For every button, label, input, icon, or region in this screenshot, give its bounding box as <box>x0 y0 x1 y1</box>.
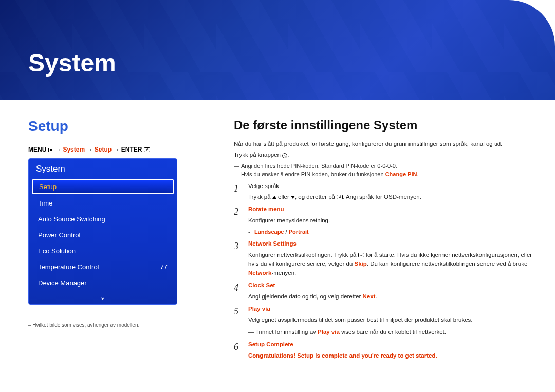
footnote-left: – Hvilket bilde som vises, avhenger av m… <box>28 322 206 328</box>
osd-item-temperature[interactable]: Temperature Control 77 <box>29 259 177 275</box>
step-3-title: Network Settings <box>248 240 297 247</box>
breadcrumb-arrow-1: → <box>55 146 61 153</box>
up-arrow-icon <box>272 196 276 199</box>
osd-item-label: Setup <box>39 183 57 191</box>
osd-item-label: Auto Source Switching <box>38 215 105 223</box>
breadcrumb-system: System <box>63 146 85 153</box>
s4-post: . <box>375 293 377 300</box>
intro-para-1: Når du har slått på produktet for første… <box>234 140 534 148</box>
s4-pre: Angi gjeldende dato og tid, og velg dere… <box>248 293 363 300</box>
step-2: 2 Rotate menu Konfigurer menysidens retn… <box>234 205 534 236</box>
pin-note-change-pin: Change PIN <box>385 171 417 177</box>
osd-title: System <box>29 159 177 178</box>
osd-item-label: Power Control <box>38 231 80 239</box>
osd-scroll-down[interactable]: ⌄ <box>29 291 177 304</box>
osd-item-value: 77 <box>160 263 168 271</box>
divider <box>28 318 177 318</box>
s1-mid: eller <box>276 194 291 200</box>
step-4: 4 Clock Set Angi gjeldende dato og tid, … <box>234 281 534 302</box>
s3-post-pre: . Du kan konfigurere nettverkstilkobling… <box>367 260 528 267</box>
breadcrumb: MENU → System → Setup → ENTER <box>28 146 206 153</box>
step-1-body: Trykk på eller , og deretter på . Angi s… <box>248 193 534 202</box>
page-title: System <box>28 49 116 77</box>
step-1-title: Velge språk <box>248 182 534 191</box>
breadcrumb-enter: ENTER <box>121 146 142 153</box>
step-2-options: Landscape / Portrait <box>248 228 534 236</box>
s1-pre: Trykk på <box>248 194 272 200</box>
enter-icon <box>358 253 364 257</box>
step-6-title: Setup Complete <box>248 341 293 347</box>
step-number: 1 <box>234 182 238 196</box>
s4-next: Next <box>363 293 376 300</box>
opt-portrait: Portrait <box>289 229 309 235</box>
s3-post-post: -menyen. <box>271 270 296 276</box>
step-1: 1 Velge språk Trykk på eller , og derett… <box>234 182 534 202</box>
step-number: 4 <box>234 281 238 295</box>
step-5-title: Play via <box>248 306 270 312</box>
osd-item-label: Eco Solution <box>38 247 76 255</box>
steps-list: 1 Velge språk Trykk på eller , og derett… <box>234 182 534 361</box>
breadcrumb-arrow-2: → <box>86 146 92 153</box>
osd-item-label: Time <box>38 199 52 207</box>
right-heading: De første innstillingene System <box>234 118 534 133</box>
osd-item-time[interactable]: Time <box>29 195 177 211</box>
pin-note-line2-pre: Hvis du ønsker å endre PIN-koden, bruker… <box>241 171 385 177</box>
step-number: 5 <box>234 305 238 319</box>
step-6: 6 Setup Complete Congratulations! Setup … <box>234 340 534 361</box>
s5-note-post: vises bare når du er koblet til nettverk… <box>340 329 446 335</box>
content-area: Setup MENU → System → Setup → ENTER Syst… <box>28 118 534 382</box>
step-6-body: Congratulations! Setup is complete and y… <box>248 351 534 361</box>
osd-item-setup[interactable]: Setup <box>32 179 174 194</box>
step-2-body: Konfigurer menysidens retning. <box>248 216 534 226</box>
osd-item-label: Device Manager <box>38 279 87 287</box>
breadcrumb-arrow-3: → <box>113 146 119 153</box>
step-5-note: ― Trinnet for innstilling av Play via vi… <box>248 328 534 337</box>
s1-mid2: , og deretter på <box>295 194 337 200</box>
header-band: System <box>0 0 555 100</box>
opt-slash: / <box>284 229 288 235</box>
intro-para-2: Trykk på knappen ⌂. <box>234 151 534 159</box>
menu-icon <box>48 148 53 152</box>
osd-item-label: Temperature Control <box>38 263 99 271</box>
pin-note-line2-post: . <box>417 171 418 177</box>
intro2-pre: Trykk på knappen <box>234 152 282 158</box>
left-column: Setup MENU → System → Setup → ENTER Syst… <box>28 118 206 328</box>
osd-item-eco-solution[interactable]: Eco Solution <box>29 243 177 259</box>
s5-note-red: Play via <box>318 329 340 335</box>
step-3-body: Konfigurer nettverkstilkoblingen. Trykk … <box>248 251 534 278</box>
enter-icon <box>337 195 343 199</box>
step-3: 3 Network Settings Konfigurer nettverkst… <box>234 239 534 278</box>
section-heading-setup: Setup <box>28 118 206 135</box>
right-column: De første innstillingene System Når du h… <box>234 118 534 361</box>
step-number: 2 <box>234 205 238 219</box>
home-circle-icon: ⌂ <box>282 153 287 158</box>
step-number: 3 <box>234 239 238 254</box>
breadcrumb-setup: Setup <box>95 146 112 153</box>
osd-panel: System Setup Time Auto Source Switching … <box>28 158 177 305</box>
step-5: 5 Play via Velg egnet avspillermodus til… <box>234 305 534 337</box>
enter-icon <box>144 147 150 152</box>
down-arrow-icon <box>291 196 295 199</box>
intro2-post: . <box>287 152 289 158</box>
step-4-body: Angi gjeldende dato og tid, og velg dere… <box>248 292 534 302</box>
step-2-title: Rotate menu <box>248 206 284 212</box>
s3-network: Network <box>248 270 271 276</box>
pin-note-line1: Angi den firesifrede PIN-koden. Standard… <box>241 163 397 169</box>
osd-item-power-control[interactable]: Power Control <box>29 227 177 243</box>
opt-landscape: Landscape <box>254 229 284 235</box>
pin-note: Angi den firesifrede PIN-koden. Standard… <box>234 162 534 179</box>
step-number: 6 <box>234 340 238 354</box>
s3-pre: Konfigurer nettverkstilkoblingen. Trykk … <box>248 252 358 258</box>
breadcrumb-menu: MENU <box>28 146 46 153</box>
osd-item-device-manager[interactable]: Device Manager <box>29 275 177 291</box>
chevron-down-icon: ⌄ <box>100 293 106 301</box>
step-5-body: Velg egnet avspillermodus til det som pa… <box>248 315 534 325</box>
osd-item-auto-source[interactable]: Auto Source Switching <box>29 211 177 227</box>
s5-note-pre: Trinnet for innstilling av <box>255 329 318 335</box>
s3-skip: Skip <box>354 260 366 267</box>
footnote-left-text: Hvilket bilde som vises, avhenger av mod… <box>32 322 139 328</box>
step-4-title: Clock Set <box>248 282 275 288</box>
s1-post: . Angi språk for OSD-menyen. <box>343 194 421 200</box>
